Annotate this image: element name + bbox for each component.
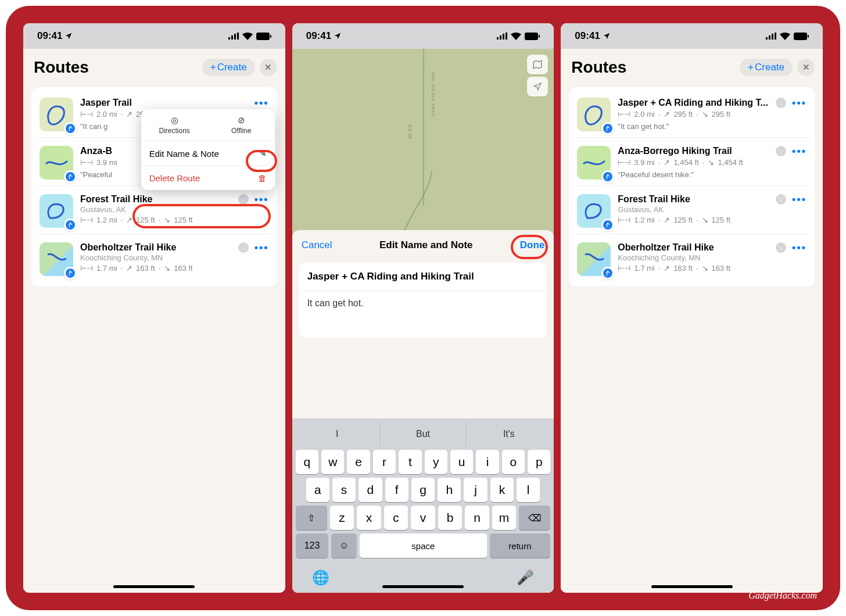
create-button[interactable]: + Create	[202, 59, 255, 76]
numbers-key[interactable]: 123	[296, 533, 329, 558]
location-icon	[334, 32, 342, 40]
keyboard: I But It's q w e r t y u i o p a	[292, 418, 554, 593]
status-bar: 09:41	[23, 23, 285, 49]
svg-rect-20	[794, 33, 807, 40]
route-item[interactable]: Oberholtzer Trail Hike↓••• Koochiching C…	[575, 234, 809, 281]
route-item[interactable]: Oberholtzer Trail Hike ↓••• Koochiching …	[37, 234, 271, 281]
svg-rect-3	[237, 33, 239, 40]
more-icon[interactable]: •••	[792, 98, 806, 108]
key[interactable]: q	[296, 450, 318, 474]
svg-rect-15	[539, 35, 540, 38]
key[interactable]: y	[425, 450, 447, 474]
locate-me-button[interactable]	[527, 77, 548, 96]
done-button[interactable]: Done	[520, 239, 545, 251]
key[interactable]: w	[321, 450, 344, 474]
status-bar: 09:41	[292, 23, 554, 49]
suggestion[interactable]: But	[380, 422, 466, 446]
key[interactable]: k	[490, 478, 514, 502]
name-input[interactable]: Jasper + CA Riding and Hiking Trail	[299, 263, 547, 291]
svg-rect-12	[503, 34, 504, 40]
phone-screenshot-2: 09:41 AND HIKING TRAIL 0.5 mi ☀️ 93° Can…	[292, 23, 554, 593]
walking-icon	[64, 122, 77, 135]
route-item[interactable]: Anza-Borrego Hiking Trail↓••• ⊢⊣3.9 mi ·…	[575, 137, 809, 184]
status-time: 09:41	[37, 30, 62, 42]
key[interactable]: c	[384, 506, 408, 530]
globe-icon[interactable]: 🌐	[312, 570, 329, 586]
mic-icon[interactable]: 🎤	[517, 570, 534, 586]
cellular-icon	[766, 33, 776, 40]
key[interactable]: d	[359, 478, 382, 502]
cancel-button[interactable]: Cancel	[302, 239, 332, 251]
route-thumbnail	[577, 194, 611, 228]
key[interactable]: f	[385, 478, 408, 502]
key[interactable]: j	[464, 478, 487, 502]
cellular-icon	[497, 33, 507, 40]
suggestion[interactable]: It's	[465, 422, 551, 446]
key[interactable]: u	[450, 450, 473, 474]
key[interactable]: i	[476, 450, 499, 474]
map-mode-button[interactable]	[527, 55, 548, 74]
key[interactable]: p	[528, 450, 550, 474]
keyboard-row: q w e r t y u i o p	[296, 450, 551, 474]
note-input[interactable]: It can get hot.	[299, 291, 547, 338]
phone-screenshot-3: 09:41 Routes + Create ✕ Jasper + CA Ridi…	[561, 23, 823, 593]
key[interactable]: l	[517, 478, 540, 502]
walking-icon	[64, 219, 77, 231]
more-icon[interactable]: •••	[792, 194, 806, 205]
status-icons	[228, 33, 271, 40]
more-icon[interactable]: •••	[254, 242, 269, 253]
menu-delete-route[interactable]: Delete Route 🗑	[141, 166, 275, 190]
route-item[interactable]: Jasper + CA Riding and Hiking T...↓••• ⊢…	[575, 93, 809, 136]
route-item[interactable]: Forest Trail Hike↓••• Gustavus, AK ⊢⊣1.2…	[575, 185, 809, 232]
key[interactable]: n	[465, 506, 489, 530]
menu-offline[interactable]: ⊘Offline	[208, 109, 275, 141]
route-item[interactable]: Forest Trail Hike ↓••• Gustavus, AK ⊢⊣1.…	[37, 185, 271, 232]
download-icon[interactable]: ↓	[776, 98, 786, 108]
key[interactable]: r	[373, 450, 396, 474]
more-icon[interactable]: •••	[792, 242, 806, 253]
svg-rect-18	[772, 34, 773, 40]
download-icon[interactable]: ↓	[776, 242, 786, 253]
routes-list: Jasper Trail ••• ⊢⊣2.0 mi · ↗295 ft · ↘2…	[31, 87, 277, 286]
svg-rect-11	[500, 35, 501, 40]
space-key[interactable]: space	[360, 533, 486, 558]
emoji-key[interactable]: ☺	[331, 533, 357, 558]
create-button[interactable]: + Create	[740, 59, 793, 76]
route-thumbnail	[577, 146, 611, 180]
svg-rect-1	[231, 35, 233, 40]
key[interactable]: x	[357, 506, 381, 530]
menu-edit-name-note[interactable]: Edit Name & Note ✎	[141, 141, 275, 166]
close-button[interactable]: ✕	[797, 59, 815, 76]
map-distance-label: 0.5 mi	[407, 124, 413, 139]
menu-directions[interactable]: ◎Directions	[141, 109, 208, 141]
key[interactable]: m	[492, 506, 517, 530]
route-thumbnail	[40, 146, 73, 180]
battery-icon	[794, 33, 809, 40]
route-item[interactable]: Jasper Trail ••• ⊢⊣2.0 mi · ↗295 ft · ↘2…	[37, 93, 271, 136]
key[interactable]: v	[411, 506, 435, 530]
route-name: Forest Trail Hike	[80, 194, 153, 205]
key[interactable]: b	[438, 506, 463, 530]
route-name: Jasper Trail	[80, 98, 132, 108]
key[interactable]: o	[502, 450, 525, 474]
key[interactable]: t	[399, 450, 421, 474]
key[interactable]: h	[438, 478, 461, 502]
key[interactable]: z	[330, 506, 354, 530]
key[interactable]: s	[332, 478, 356, 502]
shift-key[interactable]: ⇧	[296, 506, 327, 530]
key[interactable]: e	[347, 450, 370, 474]
download-icon[interactable]: ↓	[776, 146, 786, 156]
more-icon[interactable]: •••	[792, 146, 806, 156]
more-icon[interactable]: •••	[254, 98, 269, 108]
download-icon[interactable]: ↓	[238, 194, 249, 205]
key[interactable]: a	[306, 478, 329, 502]
route-thumbnail	[577, 242, 611, 276]
key[interactable]: g	[411, 478, 435, 502]
close-button[interactable]: ✕	[260, 59, 277, 76]
more-icon[interactable]: •••	[254, 194, 269, 205]
return-key[interactable]: return	[490, 533, 551, 558]
download-icon[interactable]: ↓	[776, 194, 786, 205]
delete-key[interactable]: ⌫	[519, 506, 550, 530]
suggestion[interactable]: I	[295, 422, 380, 446]
download-icon[interactable]: ↓	[238, 242, 249, 253]
